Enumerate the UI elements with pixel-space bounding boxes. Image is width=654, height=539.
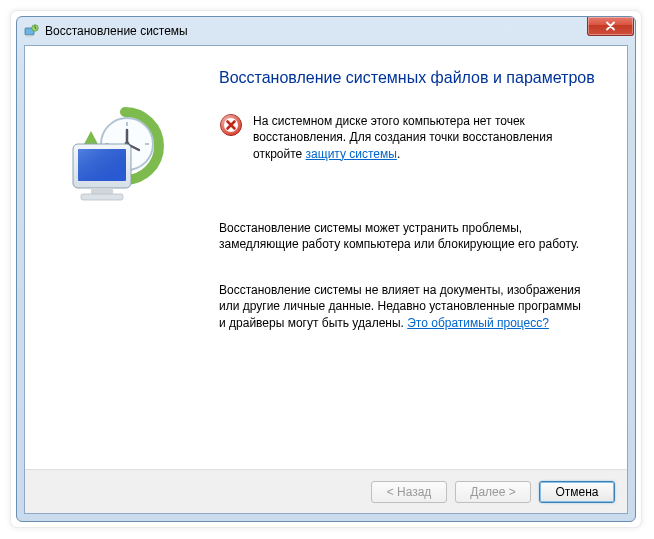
client-area: Восстановление системных файлов и параме… xyxy=(24,45,628,514)
wizard-footer: < Назад Далее > Отмена xyxy=(25,469,627,513)
reversible-process-link[interactable]: Это обратимый процесс? xyxy=(407,316,549,330)
error-text-part2: . xyxy=(397,147,400,161)
system-restore-graphic-icon xyxy=(55,98,185,218)
svg-rect-1 xyxy=(26,35,33,37)
system-restore-icon xyxy=(23,23,39,39)
error-message: На системном диске этого компьютера нет … xyxy=(219,113,597,162)
graphic-column xyxy=(55,68,195,459)
info-paragraph-2: Восстановление системы не влияет на доку… xyxy=(219,282,597,331)
close-button[interactable] xyxy=(587,17,634,36)
page-heading: Восстановление системных файлов и параме… xyxy=(219,68,597,87)
window-title: Восстановление системы xyxy=(45,24,629,38)
svg-rect-15 xyxy=(91,188,113,194)
system-protection-link[interactable]: защиту системы xyxy=(306,147,397,161)
back-button: < Назад xyxy=(371,481,447,503)
next-button: Далее > xyxy=(455,481,531,503)
cancel-button[interactable]: Отмена xyxy=(539,481,615,503)
content-area: Восстановление системных файлов и параме… xyxy=(25,46,627,469)
error-icon xyxy=(219,113,243,137)
titlebar[interactable]: Восстановление системы xyxy=(17,17,635,45)
close-icon xyxy=(605,21,616,31)
info-paragraph-1: Восстановление системы может устранить п… xyxy=(219,220,597,252)
text-column: Восстановление системных файлов и параме… xyxy=(219,68,597,459)
error-text-part1: На системном диске этого компьютера нет … xyxy=(253,114,552,160)
error-text: На системном диске этого компьютера нет … xyxy=(253,113,567,162)
window-frame: Восстановление системы xyxy=(16,16,636,522)
svg-rect-14 xyxy=(78,149,126,181)
svg-rect-16 xyxy=(81,194,123,200)
